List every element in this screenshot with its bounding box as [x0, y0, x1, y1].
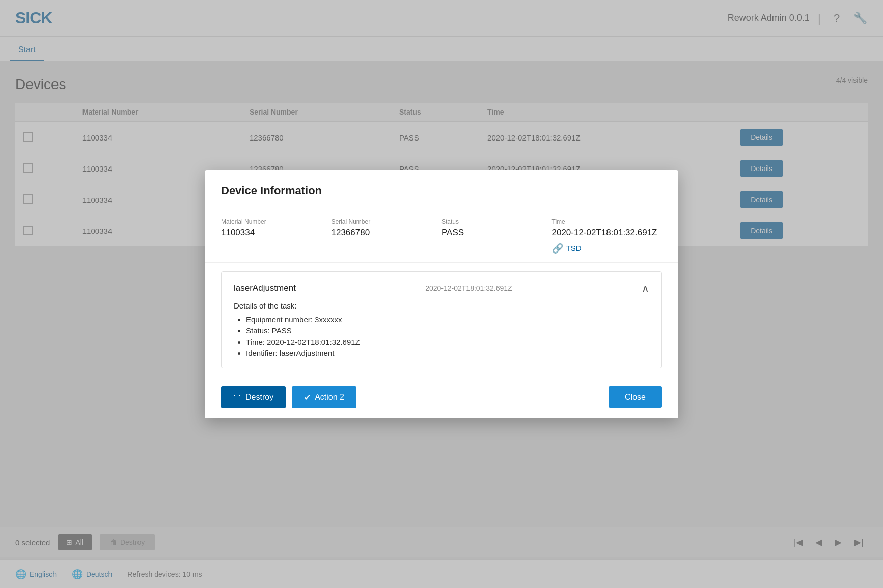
- field-status: Status PASS: [442, 218, 552, 254]
- modal-title: Device Information: [221, 184, 662, 198]
- destroy-button[interactable]: 🗑 Destroy: [221, 386, 286, 408]
- material-number-value: 1100334: [221, 228, 332, 240]
- modal-overlay[interactable]: Device Information Material Number 11003…: [0, 0, 883, 588]
- action2-label: Action 2: [315, 393, 344, 402]
- task-bullet-3: Time: 2020-12-02T18:01:32.691Z: [246, 338, 649, 346]
- serial-number-label: Serial Number: [332, 218, 442, 226]
- modal-fields: Material Number 1100334 Serial Number 12…: [205, 218, 678, 263]
- tsd-link[interactable]: 🔗 TSD: [552, 243, 663, 254]
- task-bullet-1: Equipment number: 3xxxxxx: [246, 315, 649, 324]
- field-material-number: Material Number 1100334: [221, 218, 332, 254]
- task-header: laserAdjustment 2020-12-02T18:01:32.691Z…: [234, 282, 649, 294]
- trash-icon-modal: 🗑: [233, 393, 241, 402]
- tsd-label: TSD: [566, 244, 582, 253]
- modal-footer: 🗑 Destroy ✔ Action 2 Close: [205, 376, 678, 418]
- serial-number-value: 12366780: [332, 228, 442, 240]
- task-name: laserAdjustment: [234, 283, 296, 293]
- task-bullet-4: Identifier: laserAdjustment: [246, 349, 649, 357]
- destroy-btn-modal-label: Destroy: [245, 393, 273, 402]
- close-button[interactable]: Close: [609, 386, 662, 408]
- field-time: Time 2020-12-02T18:01:32.691Z 🔗 TSD: [552, 218, 663, 254]
- action2-button[interactable]: ✔ Action 2: [292, 386, 356, 408]
- task-time: 2020-12-02T18:01:32.691Z: [425, 284, 512, 292]
- link-icon: 🔗: [552, 243, 563, 254]
- device-info-modal: Device Information Material Number 11003…: [205, 170, 678, 418]
- task-bullets: Equipment number: 3xxxxxx Status: PASS T…: [234, 315, 649, 357]
- material-number-label: Material Number: [221, 218, 332, 226]
- modal-footer-left: 🗑 Destroy ✔ Action 2: [221, 386, 356, 408]
- modal-header: Device Information: [205, 170, 678, 208]
- task-details-label: Details of the task:: [234, 301, 649, 310]
- field-serial-number: Serial Number 12366780: [332, 218, 442, 254]
- task-section: laserAdjustment 2020-12-02T18:01:32.691Z…: [221, 271, 662, 368]
- chevron-up-icon[interactable]: ∧: [642, 282, 649, 294]
- task-bullet-2: Status: PASS: [246, 326, 649, 335]
- status-label: Status: [442, 218, 552, 226]
- checkmark-icon: ✔: [304, 393, 311, 402]
- time-label: Time: [552, 218, 663, 226]
- time-value: 2020-12-02T18:01:32.691Z: [552, 228, 663, 240]
- status-value: PASS: [442, 228, 552, 240]
